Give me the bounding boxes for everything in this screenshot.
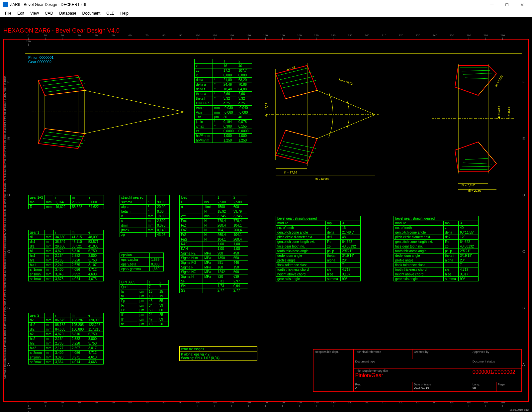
error-messages: error messages K alpha: eps.vg < 2 ! War… — [179, 346, 257, 361]
svg-text:Re = 64,62: Re = 64,62 — [338, 78, 353, 85]
table-bevel1: bevel gear: straight gearedmodulemp3no. … — [276, 216, 361, 281]
menu-database[interactable]: Database — [56, 11, 79, 16]
menu-view[interactable]: View — [27, 11, 42, 16]
table-gear1: gear 1imed1mm34,63041,31548,000da1mm38,6… — [28, 230, 104, 281]
menu-file[interactable]: File — [2, 11, 14, 16]
cad-canvas[interactable]: HEXAGON ZAR6 - Bevel Gear Design V4.0 0|… — [0, 17, 532, 412]
table-bevel2: bevel gear: straight gearedmodulemp3no. … — [394, 216, 479, 281]
footer-timestamp: 16.01.2018 6:12 — [509, 408, 529, 411]
menu-cad[interactable]: CAD — [42, 11, 56, 16]
svg-text:de = 122,2: de = 122,2 — [497, 106, 500, 119]
ruler-left: FEDCBA — [7, 54, 17, 392]
svg-line-17 — [280, 72, 311, 80]
ruler-bottom: 0|10|20|30|40|50|60|70|80|90|100|110|120… — [20, 401, 525, 406]
table-epsilon: epsiloneps.v.alpha1,689eps.v.beta0,000ep… — [120, 253, 164, 271]
svg-text:b = 18: b = 18 — [287, 66, 296, 71]
menu-edit[interactable]: Edit — [14, 11, 27, 16]
table-gear2: gear 2imed2mm86,575103,287120,000da2mm88… — [28, 313, 104, 364]
menu-ole[interactable]: OLE — [103, 11, 117, 16]
ruler-right: FEDCBA — [522, 54, 527, 392]
svg-line-35 — [462, 70, 490, 71]
app-title: HEXAGON ZAR6 - Bevel Gear Design V4.0 — [3, 27, 120, 34]
app-icon — [3, 2, 8, 7]
table-load: load12PkW2,5002,500n1/min1500600TNm15,92… — [179, 195, 248, 293]
svg-text:Re = 64,62: Re = 64,62 — [494, 74, 504, 87]
menu-document[interactable]: Document — [79, 11, 104, 16]
svg-line-22 — [282, 146, 314, 153]
copyright-notice: Copying of this document and giving it t… — [4, 75, 6, 379]
close-button[interactable]: ✕ — [514, 0, 529, 9]
svg-line-23 — [283, 142, 316, 149]
minimize-button[interactable]: ─ — [485, 0, 499, 9]
table-straight: straight gearedsumma°90,00alpha°20,00bet… — [120, 195, 170, 237]
maximize-button[interactable]: □ — [499, 0, 514, 9]
menu-help[interactable]: Help — [117, 11, 132, 16]
svg-line-19 — [283, 80, 316, 88]
menubar: File Edit View CAD Database Document OLE… — [0, 9, 532, 17]
pinion-drawing — [28, 70, 188, 160]
pinion-label: Pinion 0000001 — [28, 55, 53, 59]
ruler-top: 0|10|20|30|40|50|60|70|80|90|100|110|120… — [20, 34, 525, 39]
title-block: Responsible dept. Technical reference Cr… — [313, 349, 522, 392]
svg-line-39 — [462, 166, 490, 167]
svg-line-21 — [280, 150, 311, 157]
svg-text:tfi = 62,39: tfi = 62,39 — [315, 177, 329, 181]
svg-line-18 — [282, 76, 314, 84]
table-gear12: gear 1+2imemnmm2,1642,5823,000Rmm46,6225… — [28, 195, 104, 209]
svg-line-36 — [463, 73, 492, 74]
gear-section-drawing: de = 122,2 R = 46,62 Re = 64,62 tfi = 7,… — [428, 60, 518, 193]
svg-line-40 — [463, 163, 492, 164]
titlebar: ZAR6 - Bevel Gear Design - DECKER1.zr6 ─… — [0, 0, 532, 9]
table-din3965: DIN 396512Qual.77fpµm1515fuµm1819Fpµm465… — [120, 280, 169, 327]
svg-text:tfi = 17,26: tfi = 17,26 — [284, 171, 297, 174]
svg-text:de = 43,17: de = 43,17 — [265, 103, 268, 117]
gear-label: Gear 0000002 — [28, 60, 51, 64]
svg-text:R = 46,62: R = 46,62 — [507, 107, 510, 119]
title-text: ZAR6 - Bevel Gear Design - DECKER1.zr6 — [10, 2, 86, 7]
svg-text:tfi = 7,152: tfi = 7,152 — [462, 183, 475, 187]
svg-line-37 — [465, 78, 488, 79]
table-main: 12z1640zv17,2107,7x0,0000,000delta°21,80… — [194, 59, 252, 143]
pinion-section-drawing: de = 43,17 b = 18 Re = 64,62 tfi = 17,26… — [262, 60, 382, 183]
svg-line-41 — [465, 158, 488, 159]
